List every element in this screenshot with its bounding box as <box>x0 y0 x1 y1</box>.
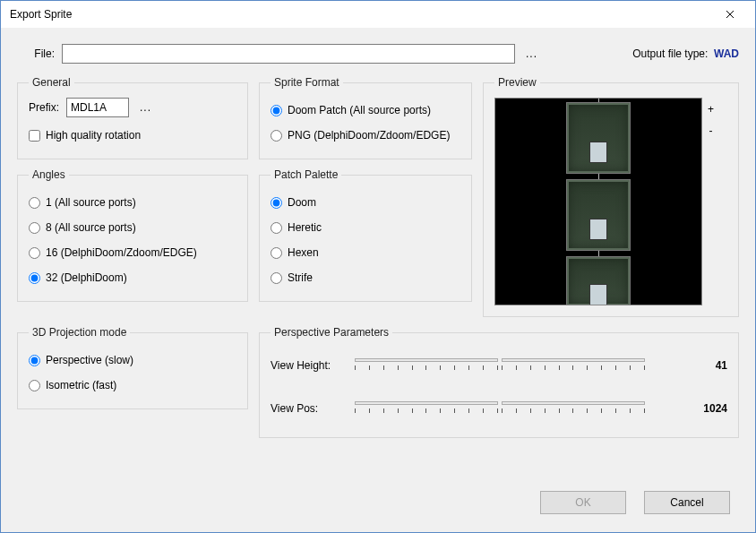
view-pos-label: View Pos: <box>271 402 348 415</box>
view-pos-slider-fine[interactable] <box>502 398 645 419</box>
view-height-value: 41 <box>686 359 727 372</box>
close-icon <box>726 10 735 19</box>
output-type-value: WAD <box>714 47 739 60</box>
titlebar: Export Sprite <box>1 1 755 28</box>
angles-32[interactable]: 32 (DelphiDoom) <box>29 265 236 290</box>
zoom-in-button[interactable]: + <box>708 103 714 116</box>
format-png[interactable]: PNG (DelphiDoom/Zdoom/EDGE) <box>271 123 460 148</box>
proj-perspective[interactable]: Perspective (slow) <box>29 348 236 373</box>
view-height-slider-fine[interactable] <box>502 355 645 376</box>
preview-canvas <box>494 98 702 305</box>
palette-hexen[interactable]: Hexen <box>271 240 460 265</box>
sprite-format-group: Sprite Format Doom Patch (All source por… <box>259 76 472 159</box>
prefix-browse-button[interactable]: ... <box>136 101 155 114</box>
view-pos-slider-coarse[interactable] <box>355 398 498 419</box>
zoom-out-button[interactable]: - <box>709 125 713 137</box>
export-sprite-dialog: Export Sprite File: ... Output file type… <box>0 0 756 533</box>
file-row: File: ... Output file type: WAD <box>21 44 739 64</box>
perspective-group: Perspective Parameters View Height: 41 V… <box>259 326 739 438</box>
view-pos-value: 1024 <box>686 402 727 415</box>
view-height-label: View Height: <box>271 359 348 372</box>
ok-button[interactable]: OK <box>540 491 626 514</box>
prefix-label: Prefix: <box>29 101 59 114</box>
view-height-slider-coarse[interactable] <box>355 355 498 376</box>
format-doompatch[interactable]: Doom Patch (All source ports) <box>271 98 460 123</box>
angles-group: Angles 1 (All source ports) 8 (All sourc… <box>17 168 248 302</box>
file-browse-button[interactable]: ... <box>522 47 541 60</box>
general-group: General Prefix: ... High quality rotatio… <box>17 76 248 159</box>
palette-heretic[interactable]: Heretic <box>271 215 460 240</box>
hq-rotation-checkbox[interactable]: High quality rotation <box>29 123 236 148</box>
prefix-input[interactable] <box>66 98 129 117</box>
palette-group: Patch Palette Doom Heretic Hexen Strife <box>259 168 472 302</box>
window-title: Export Sprite <box>10 8 712 21</box>
file-label: File: <box>21 47 55 60</box>
palette-strife[interactable]: Strife <box>271 265 460 290</box>
proj-isometric[interactable]: Isometric (fast) <box>29 373 236 398</box>
angles-1[interactable]: 1 (All source ports) <box>29 190 236 215</box>
angles-16[interactable]: 16 (DelphiDoom/Zdoom/EDGE) <box>29 240 236 265</box>
angles-8[interactable]: 8 (All source ports) <box>29 215 236 240</box>
file-input[interactable] <box>62 44 515 64</box>
palette-doom[interactable]: Doom <box>271 190 460 215</box>
projection-group: 3D Projection mode Perspective (slow) Is… <box>17 326 248 409</box>
cancel-button[interactable]: Cancel <box>644 491 730 514</box>
output-type: Output file type: WAD <box>632 47 739 60</box>
close-button[interactable] <box>712 2 748 27</box>
preview-group: Preview + - <box>483 76 739 317</box>
